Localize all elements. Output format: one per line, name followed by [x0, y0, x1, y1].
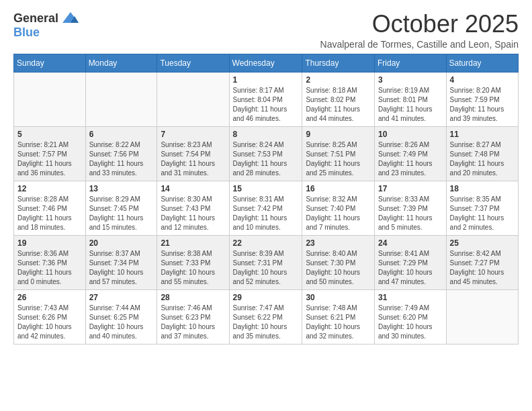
day-number: 14	[161, 184, 225, 193]
day-info: Sunrise: 8:30 AMSunset: 7:43 PMDaylight:…	[161, 195, 225, 232]
day-number: 11	[450, 130, 515, 139]
table-row	[157, 72, 229, 126]
day-number: 27	[89, 293, 154, 302]
day-info: Sunrise: 8:32 AMSunset: 7:40 PMDaylight:…	[306, 195, 371, 232]
header: General Blue October 2025 Navalperal de …	[13, 11, 519, 50]
table-row: 30Sunrise: 7:48 AMSunset: 6:21 PMDayligh…	[302, 289, 375, 344]
calendar-week-row: 26Sunrise: 7:43 AMSunset: 6:26 PMDayligh…	[14, 289, 519, 344]
day-number: 20	[89, 238, 154, 248]
day-info: Sunrise: 8:40 AMSunset: 7:30 PMDaylight:…	[306, 249, 371, 287]
col-monday: Monday	[85, 54, 157, 72]
table-row: 12Sunrise: 8:28 AMSunset: 7:46 PMDayligh…	[14, 181, 86, 235]
table-row: 21Sunrise: 8:38 AMSunset: 7:33 PMDayligh…	[157, 235, 229, 289]
table-row: 4Sunrise: 8:20 AMSunset: 7:59 PMDaylight…	[446, 72, 518, 126]
col-sunday: Sunday	[14, 54, 86, 72]
day-number: 26	[17, 293, 82, 302]
day-number: 15	[233, 184, 299, 193]
table-row: 2Sunrise: 8:18 AMSunset: 8:02 PMDaylight…	[302, 72, 375, 126]
day-info: Sunrise: 8:31 AMSunset: 7:42 PMDaylight:…	[233, 195, 299, 232]
day-number: 6	[89, 130, 154, 139]
table-row: 27Sunrise: 7:44 AMSunset: 6:25 PMDayligh…	[85, 289, 157, 344]
day-info: Sunrise: 8:42 AMSunset: 7:27 PMDaylight:…	[450, 249, 515, 287]
day-number: 19	[17, 238, 82, 248]
day-number: 18	[450, 184, 515, 193]
col-friday: Friday	[374, 54, 446, 72]
month-title: October 2025	[320, 11, 519, 38]
day-number: 28	[161, 293, 225, 302]
day-info: Sunrise: 8:22 AMSunset: 7:56 PMDaylight:…	[89, 140, 154, 178]
calendar-header-row: Sunday Monday Tuesday Wednesday Thursday…	[14, 54, 519, 72]
table-row: 9Sunrise: 8:25 AMSunset: 7:51 PMDaylight…	[302, 126, 375, 181]
table-row: 28Sunrise: 7:46 AMSunset: 6:23 PMDayligh…	[157, 289, 229, 344]
calendar-table: Sunday Monday Tuesday Wednesday Thursday…	[13, 54, 519, 345]
day-info: Sunrise: 7:46 AMSunset: 6:23 PMDaylight:…	[161, 304, 225, 341]
day-number: 31	[378, 293, 443, 302]
calendar-week-row: 12Sunrise: 8:28 AMSunset: 7:46 PMDayligh…	[14, 181, 519, 235]
day-info: Sunrise: 7:44 AMSunset: 6:25 PMDaylight:…	[89, 304, 154, 341]
day-info: Sunrise: 8:24 AMSunset: 7:53 PMDaylight:…	[233, 140, 299, 178]
calendar-week-row: 5Sunrise: 8:21 AMSunset: 7:57 PMDaylight…	[14, 126, 519, 181]
day-info: Sunrise: 8:21 AMSunset: 7:57 PMDaylight:…	[17, 140, 82, 178]
table-row: 11Sunrise: 8:27 AMSunset: 7:48 PMDayligh…	[446, 126, 518, 181]
day-info: Sunrise: 8:35 AMSunset: 7:37 PMDaylight:…	[450, 195, 515, 232]
day-number: 23	[306, 238, 371, 248]
day-number: 5	[17, 130, 82, 139]
day-info: Sunrise: 8:36 AMSunset: 7:36 PMDaylight:…	[17, 249, 82, 287]
table-row: 23Sunrise: 8:40 AMSunset: 7:30 PMDayligh…	[302, 235, 375, 289]
day-number: 2	[306, 75, 371, 85]
day-number: 7	[161, 130, 225, 139]
calendar-week-row: 19Sunrise: 8:36 AMSunset: 7:36 PMDayligh…	[14, 235, 519, 289]
table-row: 24Sunrise: 8:41 AMSunset: 7:29 PMDayligh…	[374, 235, 446, 289]
table-row: 7Sunrise: 8:23 AMSunset: 7:54 PMDaylight…	[157, 126, 229, 181]
day-info: Sunrise: 8:25 AMSunset: 7:51 PMDaylight:…	[306, 140, 371, 178]
location-subtitle: Navalperal de Tormes, Castille and Leon,…	[320, 39, 519, 50]
day-number: 8	[233, 130, 299, 139]
table-row: 3Sunrise: 8:19 AMSunset: 8:01 PMDaylight…	[374, 72, 446, 126]
day-number: 21	[161, 238, 225, 248]
table-row	[446, 289, 518, 344]
table-row: 6Sunrise: 8:22 AMSunset: 7:56 PMDaylight…	[85, 126, 157, 181]
day-number: 16	[306, 184, 371, 193]
table-row: 17Sunrise: 8:33 AMSunset: 7:39 PMDayligh…	[374, 181, 446, 235]
day-number: 17	[378, 184, 443, 193]
calendar-week-row: 1Sunrise: 8:17 AMSunset: 8:04 PMDaylight…	[14, 72, 519, 126]
day-info: Sunrise: 8:33 AMSunset: 7:39 PMDaylight:…	[378, 195, 443, 232]
day-info: Sunrise: 7:43 AMSunset: 6:26 PMDaylight:…	[17, 304, 82, 341]
day-info: Sunrise: 7:47 AMSunset: 6:22 PMDaylight:…	[233, 304, 299, 341]
day-number: 22	[233, 238, 299, 248]
day-number: 25	[450, 238, 515, 248]
table-row: 20Sunrise: 8:37 AMSunset: 7:34 PMDayligh…	[85, 235, 157, 289]
day-number: 13	[89, 184, 154, 193]
day-number: 3	[378, 75, 443, 85]
day-info: Sunrise: 8:28 AMSunset: 7:46 PMDaylight:…	[17, 195, 82, 232]
table-row: 15Sunrise: 8:31 AMSunset: 7:42 PMDayligh…	[229, 181, 302, 235]
table-row: 14Sunrise: 8:30 AMSunset: 7:43 PMDayligh…	[157, 181, 229, 235]
logo-blue: Blue	[13, 26, 40, 39]
logo-general: General	[13, 11, 58, 26]
table-row: 16Sunrise: 8:32 AMSunset: 7:40 PMDayligh…	[302, 181, 375, 235]
day-info: Sunrise: 8:18 AMSunset: 8:02 PMDaylight:…	[306, 86, 371, 124]
table-row: 18Sunrise: 8:35 AMSunset: 7:37 PMDayligh…	[446, 181, 518, 235]
day-number: 29	[233, 293, 299, 302]
table-row: 8Sunrise: 8:24 AMSunset: 7:53 PMDaylight…	[229, 126, 302, 181]
table-row: 1Sunrise: 8:17 AMSunset: 8:04 PMDaylight…	[229, 72, 302, 126]
table-row: 5Sunrise: 8:21 AMSunset: 7:57 PMDaylight…	[14, 126, 86, 181]
logo-icon	[61, 11, 80, 26]
day-info: Sunrise: 8:17 AMSunset: 8:04 PMDaylight:…	[233, 86, 299, 124]
page: General Blue October 2025 Navalperal de …	[0, 0, 532, 411]
col-tuesday: Tuesday	[157, 54, 229, 72]
day-info: Sunrise: 8:27 AMSunset: 7:48 PMDaylight:…	[450, 140, 515, 178]
table-row: 31Sunrise: 7:49 AMSunset: 6:20 PMDayligh…	[374, 289, 446, 344]
title-block: October 2025 Navalperal de Tormes, Casti…	[320, 11, 519, 50]
day-info: Sunrise: 8:19 AMSunset: 8:01 PMDaylight:…	[378, 86, 443, 124]
day-number: 24	[378, 238, 443, 248]
day-info: Sunrise: 8:37 AMSunset: 7:34 PMDaylight:…	[89, 249, 154, 287]
logo: General Blue	[13, 11, 80, 40]
day-info: Sunrise: 8:23 AMSunset: 7:54 PMDaylight:…	[161, 140, 225, 178]
col-wednesday: Wednesday	[229, 54, 302, 72]
day-number: 12	[17, 184, 82, 193]
day-info: Sunrise: 8:41 AMSunset: 7:29 PMDaylight:…	[378, 249, 443, 287]
day-number: 30	[306, 293, 371, 302]
col-thursday: Thursday	[302, 54, 375, 72]
day-info: Sunrise: 8:39 AMSunset: 7:31 PMDaylight:…	[233, 249, 299, 287]
